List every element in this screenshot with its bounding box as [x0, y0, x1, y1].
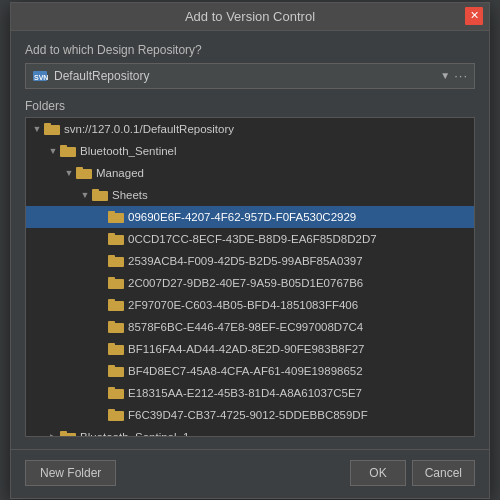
svg-rect-15 [108, 255, 115, 258]
folder-icon [108, 232, 124, 245]
tree-item[interactable]: 2539ACB4-F009-42D5-B2D5-99ABF85A0397 [26, 250, 474, 272]
tree-item-label: Bluetooth_Sentinel [80, 145, 177, 157]
repo-selector[interactable]: SVN DefaultRepository ▼ ··· [25, 63, 475, 89]
svg-rect-14 [108, 257, 124, 267]
tree-item-label: F6C39D47-CB37-4725-9012-5DDEBBC859DF [128, 409, 368, 421]
folder-icon [108, 386, 124, 399]
new-folder-button[interactable]: New Folder [25, 460, 116, 486]
tree-item[interactable]: 2C007D27-9DB2-40E7-9A59-B05D1E0767B6 [26, 272, 474, 294]
tree-item[interactable]: 0CCD17CC-8ECF-43DE-B8D9-EA6F85D8D2D7 [26, 228, 474, 250]
folder-icon [108, 342, 124, 355]
svg-rect-13 [108, 233, 115, 236]
tree-item[interactable]: ▼ Sheets [26, 184, 474, 206]
tree-item[interactable]: 09690E6F-4207-4F62-957D-F0FA530C2929 [26, 206, 474, 228]
svg-rect-9 [92, 189, 99, 192]
folder-icon [92, 188, 108, 201]
svg-rect-3 [44, 123, 51, 126]
svg-rect-19 [108, 299, 115, 302]
repo-more-options[interactable]: ··· [454, 68, 468, 83]
svg-rect-20 [108, 323, 124, 333]
tree-item[interactable]: F6C39D47-CB37-4725-9012-5DDEBBC859DF [26, 404, 474, 426]
svg-rect-2 [44, 125, 60, 135]
repo-name: DefaultRepository [54, 69, 440, 83]
title-bar: Add to Version Control ✕ [11, 3, 489, 31]
svg-rect-23 [108, 343, 115, 346]
tree-item-label: svn://127.0.0.1/DefaultRepository [64, 123, 234, 135]
tree-item[interactable]: 2F97070E-C603-4B05-BFD4-1851083FF406 [26, 294, 474, 316]
tree-toggle-icon[interactable] [94, 232, 108, 246]
close-button[interactable]: ✕ [465, 7, 483, 25]
tree-item-label: Managed [96, 167, 144, 179]
svg-rect-27 [108, 387, 115, 390]
tree-toggle-icon[interactable] [94, 320, 108, 334]
folder-icon [60, 430, 76, 437]
tree-item[interactable]: ▶ Bluetooth_Sentinel_1 [26, 426, 474, 437]
tree-item-label: Sheets [112, 189, 148, 201]
repo-icon: SVN [32, 68, 48, 84]
tree-item[interactable]: BF4D8EC7-45A8-4CFA-AF61-409E19898652 [26, 360, 474, 382]
add-to-version-control-dialog: Add to Version Control ✕ Add to which De… [10, 2, 490, 499]
svg-rect-4 [60, 147, 76, 157]
svg-rect-16 [108, 279, 124, 289]
tree-item[interactable]: ▼ Bluetooth_Sentinel [26, 140, 474, 162]
folder-icon [108, 298, 124, 311]
svg-rect-28 [108, 411, 124, 421]
folder-icon [108, 210, 124, 223]
svg-rect-5 [60, 145, 67, 148]
svg-rect-10 [108, 213, 124, 223]
svg-rect-6 [76, 169, 92, 179]
tree-toggle-icon[interactable]: ▶ [46, 430, 60, 437]
tree-toggle-icon[interactable] [94, 276, 108, 290]
svg-rect-21 [108, 321, 115, 324]
tree-item-label: BF116FA4-AD44-42AD-8E2D-90FE983B8F27 [128, 343, 365, 355]
tree-toggle-icon[interactable] [94, 210, 108, 224]
folder-icon [108, 364, 124, 377]
tree-toggle-icon[interactable] [94, 386, 108, 400]
repo-section-label: Add to which Design Repository? [25, 43, 475, 57]
dialog-content: Add to which Design Repository? SVN Defa… [11, 31, 489, 447]
tree-toggle-icon[interactable]: ▼ [46, 144, 60, 158]
tree-item-label: 2F97070E-C603-4B05-BFD4-1851083FF406 [128, 299, 358, 311]
cancel-button[interactable]: Cancel [412, 460, 475, 486]
svg-rect-11 [108, 211, 115, 214]
dialog-title: Add to Version Control [185, 9, 315, 24]
folder-icon [60, 144, 76, 157]
svg-rect-24 [108, 367, 124, 377]
folder-icon [108, 276, 124, 289]
tree-toggle-icon[interactable]: ▼ [30, 122, 44, 136]
tree-toggle-icon[interactable] [94, 298, 108, 312]
svg-text:SVN: SVN [34, 74, 48, 81]
svg-rect-26 [108, 389, 124, 399]
tree-item-label: 2539ACB4-F009-42D5-B2D5-99ABF85A0397 [128, 255, 363, 267]
svg-rect-17 [108, 277, 115, 280]
tree-item-label: Bluetooth_Sentinel_1 [80, 431, 189, 437]
folder-icon [44, 122, 60, 135]
bottom-bar: New Folder OK Cancel [11, 449, 489, 498]
tree-item-label: BF4D8EC7-45A8-4CFA-AF61-409E19898652 [128, 365, 363, 377]
svg-rect-7 [76, 167, 83, 170]
tree-toggle-icon[interactable] [94, 408, 108, 422]
tree-toggle-icon[interactable] [94, 254, 108, 268]
folder-tree[interactable]: ▼ svn://127.0.0.1/DefaultRepository▼ Blu… [25, 117, 475, 437]
svg-rect-18 [108, 301, 124, 311]
repo-dropdown-arrow[interactable]: ▼ [440, 70, 450, 81]
tree-toggle-icon[interactable]: ▼ [78, 188, 92, 202]
tree-item[interactable]: ▼ svn://127.0.0.1/DefaultRepository [26, 118, 474, 140]
tree-item[interactable]: BF116FA4-AD44-42AD-8E2D-90FE983B8F27 [26, 338, 474, 360]
tree-item-label: E18315AA-E212-45B3-81D4-A8A61037C5E7 [128, 387, 362, 399]
right-buttons: OK Cancel [350, 460, 475, 486]
tree-item-label: 09690E6F-4207-4F62-957D-F0FA530C2929 [128, 211, 356, 223]
folder-icon [108, 254, 124, 267]
tree-toggle-icon[interactable] [94, 342, 108, 356]
folders-label: Folders [25, 99, 475, 113]
tree-item[interactable]: 8578F6BC-E446-47E8-98EF-EC997008D7C4 [26, 316, 474, 338]
svg-rect-31 [60, 431, 67, 434]
tree-item[interactable]: ▼ Managed [26, 162, 474, 184]
tree-item[interactable]: E18315AA-E212-45B3-81D4-A8A61037C5E7 [26, 382, 474, 404]
svg-rect-29 [108, 409, 115, 412]
svg-rect-22 [108, 345, 124, 355]
tree-toggle-icon[interactable] [94, 364, 108, 378]
tree-toggle-icon[interactable]: ▼ [62, 166, 76, 180]
svg-rect-12 [108, 235, 124, 245]
ok-button[interactable]: OK [350, 460, 405, 486]
